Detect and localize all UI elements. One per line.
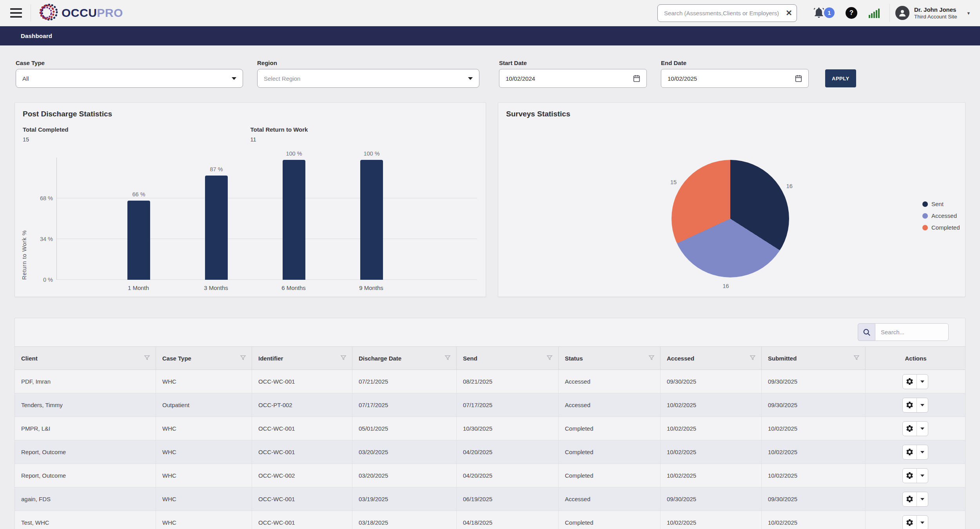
filter-funnel-icon[interactable] (240, 355, 246, 362)
cell-status: Accessed (559, 370, 661, 393)
filter-funnel-icon[interactable] (750, 355, 756, 362)
column-header-label: Submitted (768, 355, 797, 362)
actions-dropdown-caret[interactable] (917, 516, 928, 529)
global-search: ✕ (657, 4, 797, 22)
cell-actions (866, 370, 965, 393)
table-search-input[interactable] (875, 323, 949, 341)
search-icon[interactable] (858, 323, 875, 341)
surveys-pie-chart: 161615 (671, 160, 789, 277)
table-toolbar (15, 318, 965, 346)
row-actions-button (902, 445, 928, 460)
column-header-client: Client (15, 347, 156, 370)
y-tick-label: 68 % (40, 195, 53, 201)
gear-icon[interactable] (903, 492, 917, 506)
legend-label: Sent (931, 201, 944, 207)
gear-icon[interactable] (903, 469, 917, 483)
cell-status: Completed (559, 511, 661, 529)
cell-identifier: OCC-WC-001 (252, 440, 352, 464)
surveys-card: Surveys Statistics 161615 SentAccessedCo… (498, 102, 965, 297)
signal-bars-icon[interactable] (868, 7, 880, 19)
start-date-input[interactable]: 10/02/2024 (499, 69, 647, 88)
legend-item[interactable]: Sent (922, 201, 960, 207)
chevron-down-icon[interactable]: ▾ (967, 10, 970, 16)
column-header-case-type: Case Type (156, 347, 252, 370)
app-logo[interactable]: OCCUPRO (38, 1, 123, 25)
cell-actions (866, 440, 965, 464)
row-actions-button (902, 398, 928, 413)
notification-badge: 1 (824, 7, 835, 18)
gear-icon[interactable] (903, 375, 917, 389)
logo-swirl-icon (38, 1, 60, 25)
bar (127, 201, 150, 280)
cell-client: Report, Outcome (15, 464, 156, 487)
gear-icon[interactable] (903, 422, 917, 436)
filter-funnel-icon[interactable] (445, 355, 451, 362)
column-header-identifier: Identifier (252, 347, 352, 370)
filter-funnel-icon[interactable] (853, 355, 860, 362)
actions-dropdown-caret[interactable] (917, 469, 928, 483)
cell-accessed: 10/02/2025 (661, 464, 762, 487)
pie-slice-label: 15 (670, 179, 677, 185)
filter-funnel-icon[interactable] (144, 355, 150, 362)
bell-icon (813, 6, 825, 19)
x-axis-labels: 1 Month3 Months6 Months9 Months (100, 284, 477, 291)
cell-submitted: 10/02/2025 (762, 464, 866, 487)
bar (205, 176, 228, 280)
bar-value-label: 100 % (363, 150, 379, 157)
actions-dropdown-caret[interactable] (917, 422, 928, 436)
bar-group: 100 % (333, 150, 410, 280)
post-discharge-title: Post Discharge Statistics (23, 110, 478, 118)
gear-icon[interactable] (903, 398, 917, 412)
actions-dropdown-caret[interactable] (917, 398, 928, 412)
cell-client: PMPR, L&I (15, 417, 156, 440)
global-search-input[interactable] (657, 4, 797, 22)
menu-icon[interactable] (10, 8, 22, 18)
gear-icon[interactable] (903, 516, 917, 529)
clear-search-icon[interactable]: ✕ (786, 8, 792, 18)
case-type-select[interactable]: All (16, 69, 243, 88)
filter-funnel-icon[interactable] (546, 355, 553, 362)
table-row: Report, OutcomeWHCOCC-WC-00103/20/202504… (15, 440, 965, 464)
region-select[interactable]: Select Region (257, 69, 479, 88)
breadcrumb-bar: Dashboard (0, 26, 980, 45)
legend-dot-icon (922, 225, 928, 230)
column-header-label: Accessed (667, 355, 694, 362)
filter-funnel-icon[interactable] (648, 355, 655, 362)
bar (283, 160, 305, 280)
cell-send: 04/18/2025 (457, 511, 559, 529)
pie-legend: SentAccessedCompleted (922, 201, 960, 231)
case-type-label: Case Type (16, 60, 243, 66)
bar-group: 87 % (178, 150, 255, 280)
filter-funnel-icon[interactable] (340, 355, 347, 362)
cell-status: Accessed (559, 393, 661, 417)
end-date-input[interactable]: 10/02/2025 (661, 69, 809, 88)
cell-send: 04/20/2025 (457, 440, 559, 464)
cell-identifier: OCC-WC-001 (252, 417, 352, 440)
help-button[interactable]: ? (846, 7, 857, 19)
y-tick-label: 0 % (43, 277, 53, 283)
actions-dropdown-caret[interactable] (917, 445, 928, 459)
logo-text: OCCUPRO (62, 6, 123, 20)
legend-item[interactable]: Completed (922, 224, 960, 231)
cell-accessed: 10/02/2025 (661, 440, 762, 464)
top-navbar: OCCUPRO ✕ 1 ? Dr. John Jon (0, 0, 980, 26)
pie-slice-label: 16 (786, 183, 793, 189)
actions-dropdown-caret[interactable] (917, 375, 928, 389)
notifications-button[interactable]: 1 (813, 6, 835, 20)
legend-item[interactable]: Accessed (922, 212, 960, 219)
cell-client: PDF, Imran (15, 370, 156, 393)
column-header-label: Discharge Date (359, 355, 401, 362)
cell-status: Completed (559, 417, 661, 440)
total-completed-label: Total Completed (23, 126, 250, 133)
apply-button[interactable]: APPLY (825, 69, 856, 87)
cell-discharge-date: 03/20/2025 (352, 440, 457, 464)
actions-dropdown-caret[interactable] (917, 492, 928, 506)
x-tick-label: 6 Months (255, 284, 332, 291)
row-actions-button (902, 421, 928, 436)
cell-actions (866, 487, 965, 511)
row-actions-button (902, 374, 928, 389)
table-row: Tenders, TimmyOutpatientOCC-PT-00207/17/… (15, 393, 965, 417)
gear-icon[interactable] (903, 445, 917, 459)
user-menu[interactable]: Dr. John Jones Third Account Site ▾ (895, 6, 970, 20)
bar (360, 160, 383, 280)
